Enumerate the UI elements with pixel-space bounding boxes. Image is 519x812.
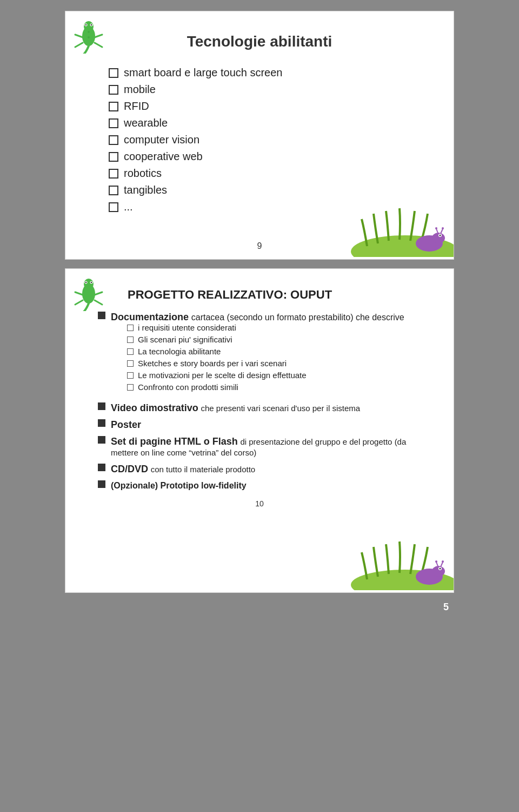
list-item: robotics (109, 167, 432, 180)
list-item-label: mobile (124, 83, 156, 96)
slide2-page-num: 10 (87, 499, 432, 508)
svg-line-7 (95, 35, 102, 37)
list-item-label: tangibles (124, 184, 167, 196)
section-video: Video dimostrativo che presenti vari sce… (98, 402, 432, 414)
list-item-label: RFID (124, 100, 149, 113)
svg-line-38 (441, 562, 443, 567)
checkbox-icon (109, 102, 118, 111)
list-item-label: computer vision (124, 134, 199, 146)
list-item-label: robotics (124, 167, 162, 180)
svg-line-30 (95, 300, 102, 305)
slide1-decoration-bottom (335, 203, 454, 259)
list-item: tangibles (109, 184, 432, 196)
section-cddvd: CD/DVD con tutto il materiale prodotto (98, 464, 432, 475)
svg-point-35 (440, 568, 441, 570)
list-item: computer vision (109, 134, 432, 146)
checkbox-icon (109, 169, 118, 179)
list-item-label: La tecnologia abilitante (138, 347, 221, 356)
list-item-label: smart board e large touch screen (124, 67, 283, 79)
slide-2: PROGETTO REALIZZATIVO: OUPUT Documentazi… (65, 268, 454, 593)
checkbox-icon (109, 186, 118, 195)
normal-text: con tutto il materiale prodotto (151, 465, 255, 474)
svg-line-6 (75, 35, 83, 37)
svg-line-29 (75, 300, 83, 305)
small-checkbox-icon (127, 372, 134, 379)
slide2-title: PROGETTO REALIZZATIVO: OUPUT (128, 288, 332, 302)
svg-line-9 (95, 43, 102, 47)
svg-point-26 (91, 282, 92, 283)
bold-label: (Opzionale) Prototipo low-fidelity (111, 481, 247, 490)
normal-text: che presenti vari scenari d'uso per il s… (201, 404, 360, 413)
list-item-label: Le motivazioni per le scelte di design e… (138, 371, 307, 380)
slide1-bullet-list: smart board e large touch screen mobile … (109, 67, 432, 213)
bold-label: Video dimostrativo (111, 402, 198, 413)
section-poster: Poster (98, 419, 432, 431)
svg-point-22 (84, 279, 94, 289)
slide2-decoration-bottom (335, 536, 454, 592)
page-indicator: 5 (443, 602, 449, 613)
list-item: mobile (109, 83, 432, 96)
svg-line-19 (441, 229, 443, 234)
list-item: i requisiti utente considerati (127, 323, 404, 332)
checkbox-icon (109, 85, 118, 95)
list-item: Sketches e story boards per i vari scena… (127, 359, 404, 368)
gecko-decoration-top (70, 16, 108, 56)
bullet-icon (98, 464, 105, 471)
bullet-icon (98, 402, 105, 410)
bullet-icon (98, 480, 105, 488)
svg-point-25 (85, 282, 86, 283)
normal-text: cartacea (secondo un formato prestabilit… (191, 313, 404, 322)
svg-line-28 (95, 292, 102, 295)
svg-point-5 (91, 24, 92, 25)
small-checkbox-icon (127, 325, 134, 331)
svg-point-39 (442, 560, 444, 563)
bullet-icon (98, 436, 105, 444)
checkbox-icon (109, 202, 118, 212)
svg-point-4 (85, 24, 86, 25)
section-optional: (Opzionale) Prototipo low-fidelity (98, 480, 432, 491)
svg-point-11 (88, 36, 90, 38)
list-item-label: Sketches e story boards per i vari scena… (138, 359, 287, 368)
small-checkbox-icon (127, 348, 134, 355)
list-item: Le motivazioni per le scelte di design e… (127, 371, 404, 380)
list-item-label: cooperative web (124, 150, 203, 163)
svg-line-27 (75, 292, 83, 295)
checkbox-icon (109, 152, 118, 162)
list-item-label: Confronto con prodotti simili (138, 382, 238, 392)
bullet-icon (98, 419, 105, 427)
sub-list-documentazione: i requisiti utente considerati Gli scena… (127, 323, 404, 392)
svg-point-20 (442, 227, 444, 229)
small-checkbox-icon (127, 384, 134, 391)
section-documentazione: Documentazione cartacea (secondo un form… (98, 312, 432, 397)
slide1-page-num: 9 (257, 241, 262, 251)
svg-point-16 (440, 235, 441, 236)
section-html-flash: Set di pagine HTML o Flash di presentazi… (98, 436, 432, 458)
gecko-decoration-top-2 (70, 273, 108, 313)
list-item: smart board e large touch screen (109, 67, 432, 79)
checkbox-icon (109, 68, 118, 78)
list-item: wearable (109, 117, 432, 129)
svg-point-18 (435, 227, 437, 229)
list-item-label: Gli scenari piu' significativi (138, 335, 232, 344)
svg-point-1 (84, 21, 94, 32)
slide1-title: Tecnologie abilitanti (87, 33, 432, 50)
list-item-label: i requisiti utente considerati (138, 323, 236, 332)
checkbox-icon (109, 118, 118, 128)
list-item: Gli scenari piu' significativi (127, 335, 404, 344)
svg-point-10 (88, 31, 90, 33)
slide2-header: PROGETTO REALIZZATIVO: OUPUT (128, 288, 432, 302)
bold-label: CD/DVD (111, 464, 148, 474)
svg-line-8 (75, 43, 83, 47)
list-item: Confronto con prodotti simili (127, 382, 404, 392)
bold-label: Documentazione (111, 312, 189, 322)
section-content: Video dimostrativo che presenti vari sce… (111, 402, 360, 414)
checkbox-icon (109, 135, 118, 145)
section-content: Set di pagine HTML o Flash di presentazi… (111, 436, 432, 458)
section-content: Poster (111, 419, 141, 431)
small-checkbox-icon (127, 336, 134, 343)
section-content: (Opzionale) Prototipo low-fidelity (111, 480, 247, 491)
list-item-label: wearable (124, 117, 168, 129)
list-item: RFID (109, 100, 432, 113)
svg-point-37 (435, 560, 437, 563)
list-item: La tecnologia abilitante (127, 347, 404, 356)
